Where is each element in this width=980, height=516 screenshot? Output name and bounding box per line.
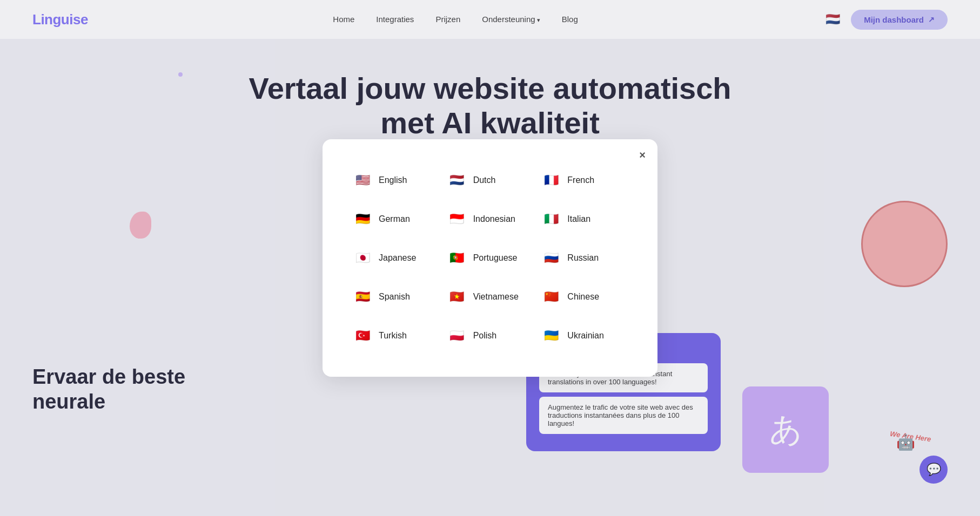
lang-item-turkish[interactable]: 🇹🇷Turkish (348, 316, 443, 355)
flag-portuguese: 🇵🇹 (447, 248, 467, 268)
lang-item-russian[interactable]: 🇷🇺Russian (537, 239, 632, 277)
flag-english: 🇺🇸 (353, 171, 372, 190)
flag-french: 🇫🇷 (541, 171, 561, 190)
flag-japanese: 🇯🇵 (353, 248, 372, 268)
lang-name-chinese: Chinese (567, 292, 599, 302)
lang-name-spanish: Spanish (379, 292, 410, 302)
flag-dutch: 🇳🇱 (447, 171, 467, 190)
flag-spanish: 🇪🇸 (353, 287, 372, 307)
lang-name-english: English (379, 175, 407, 185)
lang-item-italian[interactable]: 🇮🇹Italian (537, 200, 632, 239)
lang-item-french[interactable]: 🇫🇷French (537, 161, 632, 200)
flag-chinese: 🇨🇳 (541, 287, 561, 307)
language-grid: 🇺🇸English🇳🇱Dutch🇫🇷French🇩🇪German🇮🇩Indone… (348, 161, 632, 355)
flag-russian: 🇷🇺 (541, 248, 561, 268)
lang-name-japanese: Japanese (379, 253, 416, 263)
flag-ukrainian: 🇺🇦 (541, 326, 561, 345)
lang-name-indonesian: Indonesian (473, 214, 515, 224)
lang-item-japanese[interactable]: 🇯🇵Japanese (348, 239, 443, 277)
language-modal: × 🇺🇸English🇳🇱Dutch🇫🇷French🇩🇪German🇮🇩Indo… (323, 139, 657, 377)
modal-close-button[interactable]: × (639, 149, 646, 161)
lang-name-ukrainian: Ukrainian (567, 331, 604, 341)
lang-item-chinese[interactable]: 🇨🇳Chinese (537, 277, 632, 316)
lang-name-french: French (567, 175, 594, 185)
lang-name-dutch: Dutch (473, 175, 496, 185)
lang-name-portuguese: Portuguese (473, 253, 518, 263)
lang-item-dutch[interactable]: 🇳🇱Dutch (443, 161, 538, 200)
lang-name-italian: Italian (567, 214, 590, 224)
flag-german: 🇩🇪 (353, 209, 372, 229)
flag-italian: 🇮🇹 (541, 209, 561, 229)
lang-item-german[interactable]: 🇩🇪German (348, 200, 443, 239)
flag-polish: 🇵🇱 (447, 326, 467, 345)
lang-name-polish: Polish (473, 331, 497, 341)
lang-item-vietnamese[interactable]: 🇻🇳Vietnamese (443, 277, 538, 316)
lang-item-portuguese[interactable]: 🇵🇹Portuguese (443, 239, 538, 277)
lang-name-turkish: Turkish (379, 331, 407, 341)
flag-indonesian: 🇮🇩 (447, 209, 467, 229)
lang-name-russian: Russian (567, 253, 599, 263)
flag-turkish: 🇹🇷 (353, 326, 372, 345)
modal-overlay[interactable]: × 🇺🇸English🇳🇱Dutch🇫🇷French🇩🇪German🇮🇩Indo… (0, 0, 980, 516)
lang-item-ukrainian[interactable]: 🇺🇦Ukrainian (537, 316, 632, 355)
flag-vietnamese: 🇻🇳 (447, 287, 467, 307)
lang-item-english[interactable]: 🇺🇸English (348, 161, 443, 200)
lang-name-vietnamese: Vietnamese (473, 292, 519, 302)
lang-name-german: German (379, 214, 410, 224)
lang-item-polish[interactable]: 🇵🇱Polish (443, 316, 538, 355)
lang-item-spanish[interactable]: 🇪🇸Spanish (348, 277, 443, 316)
lang-item-indonesian[interactable]: 🇮🇩Indonesian (443, 200, 538, 239)
